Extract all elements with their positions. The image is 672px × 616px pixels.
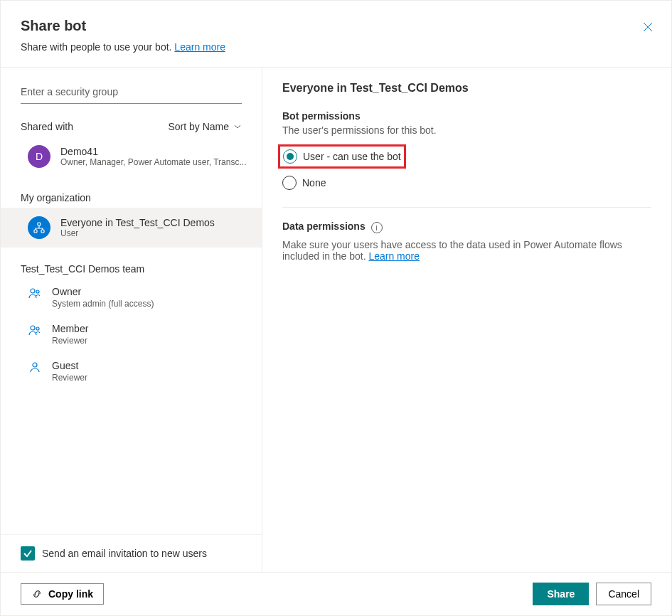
info-icon[interactable]: i (371, 222, 383, 233)
role-item-guest[interactable]: Guest Reviewer (1, 353, 262, 390)
person-icon (28, 360, 42, 374)
radio-user-row[interactable]: User - can use the bot (282, 149, 402, 164)
right-title: Everyone in Test_Test_CCI Demos (282, 82, 651, 95)
data-heading-row: Data permissions i (282, 221, 651, 235)
radio-none-row[interactable]: None (282, 171, 651, 194)
close-button[interactable] (641, 21, 654, 33)
svg-point-3 (31, 289, 35, 293)
svg-point-4 (36, 290, 39, 293)
svg-rect-0 (38, 223, 41, 225)
org-role: User (60, 228, 247, 238)
bot-perm-heading: Bot permissions (282, 110, 651, 122)
role-sub: System admin (full access) (52, 299, 154, 309)
cancel-button[interactable]: Cancel (596, 583, 651, 605)
role-sub: Reviewer (52, 373, 87, 383)
sort-label-text: Sort by Name (168, 121, 229, 132)
dialog-header: Share bot Share with people to use your … (1, 1, 671, 68)
highlight-annotation: User - can use the bot (278, 144, 406, 169)
org-section-label: My organization (1, 176, 262, 208)
people-icon (28, 286, 42, 300)
shared-with-label: Shared with (21, 121, 73, 132)
svg-point-6 (36, 327, 39, 330)
dialog-title: Share bot (21, 18, 651, 34)
email-invite-label: Send an email invitation to new users (42, 548, 207, 559)
right-panel: Everyone in Test_Test_CCI Demos Bot perm… (262, 68, 671, 572)
role-text: Member Reviewer (52, 323, 88, 346)
data-perm-text: Make sure your users have access to the … (282, 239, 651, 262)
people-icon (28, 323, 42, 337)
search-wrap (1, 68, 262, 104)
radio-unchecked-icon (282, 176, 297, 190)
org-item[interactable]: Everyone in Test_Test_CCI Demos User (1, 208, 262, 248)
checkbox-checked-icon[interactable] (21, 546, 35, 561)
role-sub: Reviewer (52, 336, 88, 346)
copy-link-button[interactable]: Copy link (21, 583, 104, 605)
item-text: Demo41 Owner, Manager, Power Automate us… (60, 146, 247, 167)
left-list: D Demo41 Owner, Manager, Power Automate … (1, 137, 262, 534)
role-name: Guest (52, 360, 87, 371)
share-bot-dialog: Share bot Share with people to use your … (0, 0, 672, 616)
data-perm-body: Make sure your users have access to the … (282, 239, 622, 262)
role-item-owner[interactable]: Owner System admin (full access) (1, 279, 262, 316)
role-item-member[interactable]: Member Reviewer (1, 316, 262, 353)
user-name: Demo41 (60, 146, 247, 157)
data-permissions-section: Data permissions i Make sure your users … (282, 221, 651, 262)
radio-user-label: User - can use the bot (303, 151, 401, 162)
role-text: Owner System admin (full access) (52, 286, 154, 309)
share-button[interactable]: Share (533, 583, 589, 605)
bot-permissions-section: Bot permissions The user's permissions f… (282, 110, 651, 194)
team-section-label: Test_Test_CCI Demos team (1, 248, 262, 279)
subtitle-text: Share with people to use your bot. (21, 41, 174, 53)
email-invite-row[interactable]: Send an email invitation to new users (1, 534, 262, 572)
role-name: Owner (52, 286, 154, 297)
item-text: Everyone in Test_Test_CCI Demos User (60, 217, 247, 238)
divider (282, 207, 651, 208)
role-name: Member (52, 323, 88, 334)
svg-rect-1 (34, 230, 37, 233)
svg-point-7 (33, 363, 37, 367)
svg-point-5 (31, 326, 35, 330)
bot-perm-sub: The user's permissions for this bot. (282, 124, 651, 136)
dialog-subtitle: Share with people to use your bot. Learn… (21, 41, 651, 53)
chevron-down-icon (233, 122, 242, 131)
footer-right: Share Cancel (533, 583, 651, 605)
svg-rect-2 (41, 230, 44, 233)
shared-with-header: Shared with Sort by Name (1, 104, 262, 137)
user-roles: Owner, Manager, Power Automate user, Tra… (60, 157, 247, 167)
org-icon (28, 216, 50, 239)
sort-button[interactable]: Sort by Name (168, 121, 242, 132)
data-learn-more-link[interactable]: Learn more (368, 250, 420, 262)
copy-link-label: Copy link (48, 588, 93, 600)
avatar: D (28, 145, 50, 168)
role-text: Guest Reviewer (52, 360, 87, 383)
org-name: Everyone in Test_Test_CCI Demos (60, 217, 247, 228)
link-icon (31, 588, 43, 600)
radio-checked-icon (283, 149, 297, 164)
data-perm-heading: Data permissions (282, 221, 366, 232)
shared-user-item[interactable]: D Demo41 Owner, Manager, Power Automate … (1, 137, 262, 176)
radio-none-label: None (302, 177, 326, 188)
dialog-footer: Copy link Share Cancel (1, 572, 671, 615)
learn-more-link[interactable]: Learn more (174, 41, 225, 53)
close-icon (642, 21, 654, 33)
left-panel: Shared with Sort by Name D Demo41 Owner,… (1, 68, 262, 572)
security-group-input[interactable] (21, 80, 242, 104)
dialog-body: Shared with Sort by Name D Demo41 Owner,… (1, 68, 671, 572)
